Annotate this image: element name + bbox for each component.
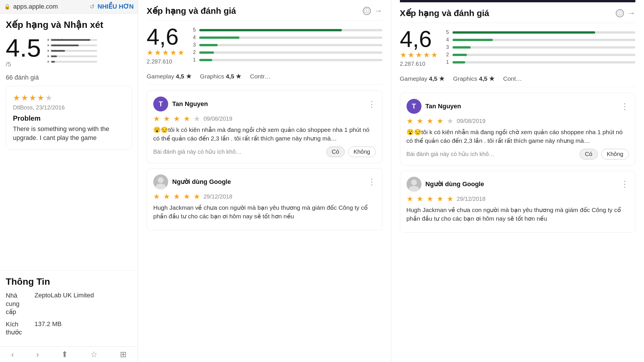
right-big-score: 4,6 ★ ★ ★ ★ ★ 2.287.610 bbox=[400, 28, 438, 71]
star-bar-fill-1 bbox=[51, 61, 55, 63]
review-card: ★ ★ ★ ★ ★ DtlBoss, 23/12/2016 Problem Th… bbox=[6, 86, 132, 150]
svg-point-2 bbox=[411, 180, 417, 185]
middle-header-title: Xếp hạng và đánh giá bbox=[147, 6, 359, 16]
star-bar-bg-5 bbox=[51, 39, 97, 41]
middle-panel: Xếp hạng và đánh giá ⓘ → 4,6 ★ ★ ★ ★ ★ 2… bbox=[138, 0, 391, 362]
middle-review-2-text: Hugh Jackman về chưa con người mà bạn yê… bbox=[153, 203, 376, 221]
middle-helpful-no-1[interactable]: Không bbox=[348, 147, 376, 157]
left-panel: 🔒 apps.apple.com ↺ NHIỀU HƠN Xếp hạng và… bbox=[0, 0, 138, 362]
lock-icon: 🔒 bbox=[4, 3, 10, 10]
right-reviewer-1-avatar: T bbox=[407, 99, 421, 114]
right-info-icon[interactable]: ⓘ bbox=[616, 9, 624, 17]
right-reviewer-1-more[interactable]: ⋮ bbox=[621, 102, 629, 111]
forward-icon[interactable]: › bbox=[36, 350, 39, 359]
arrow-right-icon[interactable]: → bbox=[374, 6, 382, 16]
middle-header: Xếp hạng và đánh giá ⓘ → bbox=[147, 0, 382, 21]
middle-review-1: T Tan Nguyen ⋮ ★ ★ ★ ★ ★ 09/08/2019 😮😒tô… bbox=[147, 90, 382, 163]
middle-reviewer-2-avatar bbox=[153, 174, 168, 189]
address-bar: 🔒 apps.apple.com ↺ NHIỀU HƠN bbox=[0, 0, 138, 14]
star-bar-fill-3 bbox=[51, 50, 65, 52]
middle-bars: 5 4 3 2 bbox=[193, 27, 382, 63]
bottom-nav: ‹ › ⬆ ☆ ⊞ bbox=[0, 346, 138, 362]
reload-icon[interactable]: ↺ bbox=[90, 3, 95, 10]
right-panel: Xếp hạng và đánh giá ⓘ → 4,6 ★ ★ ★ ★ ★ 2… bbox=[391, 0, 644, 362]
right-review-2-text: Hugh Jackman về chưa con người mà bạn yê… bbox=[407, 206, 629, 223]
middle-review-1-text: 😮😒tôi k có kiên nhẫn mà đang ngồi chờ xe… bbox=[153, 126, 376, 143]
share-icon[interactable]: ⬆ bbox=[61, 350, 68, 359]
middle-reviewer-1-more[interactable]: ⋮ bbox=[368, 99, 376, 109]
middle-rating-section: 4,6 ★ ★ ★ ★ ★ 2.287.610 5 4 bbox=[147, 25, 382, 68]
right-review-2-date: 29/12/2018 bbox=[457, 196, 486, 202]
star-row-1: ★ bbox=[47, 59, 97, 64]
right-cat-gameplay: Gameplay 4,5 ★ bbox=[400, 75, 445, 82]
back-icon[interactable]: ‹ bbox=[11, 350, 14, 359]
right-review-1-text: 😮😒tôi k có kiên nhẫn mà đang ngồi chờ xe… bbox=[407, 128, 629, 145]
right-helpful-no-1[interactable]: Không bbox=[601, 149, 629, 159]
stars-breakdown: ★★★★★ ★★★★ ★★★ bbox=[47, 38, 97, 64]
tabs-icon[interactable]: ⊞ bbox=[120, 350, 126, 359]
right-helpful-yes-1[interactable]: Có bbox=[580, 149, 598, 159]
middle-review-2: Người dùng Google ⋮ ★ ★ ★ ★ ★ 29/12/2018… bbox=[147, 168, 382, 230]
right-bars: 5 4 3 2 bbox=[446, 29, 636, 65]
more-button[interactable]: NHIỀU HƠN bbox=[97, 3, 134, 10]
right-bar-row-2: 2 bbox=[446, 52, 636, 58]
middle-review-1-meta: ★ ★ ★ ★ ★ 09/08/2019 bbox=[153, 114, 376, 123]
info-row-provider: Nhà cung cấp ZeptoLab UK Limited bbox=[6, 292, 132, 316]
review-stars: ★ ★ ★ ★ ★ bbox=[13, 93, 125, 103]
middle-cat-gameplay: Gameplay 4,5 ★ bbox=[147, 73, 191, 80]
right-review-2-meta: ★ ★ ★ ★ ★ 29/12/2018 bbox=[407, 195, 629, 203]
middle-bar-fill-3 bbox=[199, 44, 218, 46]
right-bar-fill-5 bbox=[453, 31, 595, 34]
middle-bar-fill-5 bbox=[199, 29, 342, 31]
middle-bar-row-4: 4 bbox=[193, 34, 382, 41]
right-bar-row-1: 1 bbox=[446, 59, 636, 65]
rating-footer: 66 đánh giá bbox=[6, 74, 132, 81]
star-bar-fill-5 bbox=[51, 39, 90, 41]
right-reviewer-1-name: Tan Nguyen bbox=[425, 103, 617, 110]
middle-review-1-date: 09/08/2019 bbox=[204, 115, 232, 122]
bookmark-icon[interactable]: ☆ bbox=[90, 350, 97, 359]
svg-point-0 bbox=[158, 177, 164, 183]
right-reviewer-2-avatar bbox=[407, 177, 421, 192]
right-bar-fill-1 bbox=[453, 61, 465, 63]
middle-reviewer-2-more[interactable]: ⋮ bbox=[368, 177, 376, 186]
middle-review-2-date: 29/12/2018 bbox=[204, 193, 232, 200]
url-text[interactable]: apps.apple.com bbox=[13, 3, 87, 10]
star-bar-bg-3 bbox=[51, 50, 97, 52]
middle-helpful-text-1: Bài đánh giá này có hữu ích khô… bbox=[153, 148, 323, 155]
right-bar-fill-2 bbox=[453, 54, 467, 56]
star-row-3: ★★★ bbox=[47, 49, 97, 53]
rating-overview: 4.5 /5 ★★★★★ ★★★★ ★★★ bbox=[6, 35, 132, 68]
right-category-ratings: Gameplay 4,5 ★ Graphics 4,5 ★ Cont… bbox=[400, 75, 636, 87]
star-bar-bg-2 bbox=[51, 55, 97, 57]
big-rating-number: 4.5 /5 bbox=[6, 35, 41, 68]
middle-review-1-helpful: Bài đánh giá này có hữu ích khô… Có Khôn… bbox=[153, 147, 376, 157]
info-value-size: 137.2 MB bbox=[34, 320, 62, 337]
star-bar-fill-2 bbox=[51, 55, 57, 57]
right-cat-controls: Cont… bbox=[503, 75, 522, 82]
star-row-2: ★★ bbox=[47, 54, 97, 58]
left-content: Xếp hạng và Nhận xét 4.5 /5 ★★★★★ ★★★★ bbox=[0, 14, 138, 270]
right-arrow-right-icon[interactable]: → bbox=[627, 9, 635, 18]
right-reviewer-1-header: T Tan Nguyen ⋮ bbox=[407, 99, 629, 114]
right-reviewer-2-more[interactable]: ⋮ bbox=[621, 179, 629, 189]
right-review-1-helpful: Bài đánh giá này có hữu ích khô… Có Khôn… bbox=[407, 149, 629, 159]
right-review-1-meta: ★ ★ ★ ★ ★ 09/08/2019 bbox=[407, 117, 629, 126]
svg-point-3 bbox=[409, 186, 419, 192]
middle-bar-row-1: 1 bbox=[193, 57, 382, 63]
middle-cat-controls: Contr… bbox=[250, 73, 271, 80]
review-title: Problem bbox=[13, 114, 125, 122]
info-label-provider: Nhà cung cấp bbox=[6, 292, 29, 316]
info-title: Thông Tin bbox=[6, 276, 132, 287]
middle-ratings-count: 2.287.610 bbox=[147, 58, 184, 65]
info-icon[interactable]: ⓘ bbox=[363, 7, 371, 15]
star-bar-fill-4 bbox=[51, 45, 79, 46]
ratings-reviews-title: Xếp hạng và Nhận xét bbox=[6, 19, 132, 30]
right-cat-graphics: Graphics 4,5 ★ bbox=[453, 75, 494, 82]
info-row-size: Kích thước 137.2 MB bbox=[6, 320, 132, 337]
middle-review-2-meta: ★ ★ ★ ★ ★ 29/12/2018 bbox=[153, 192, 376, 201]
star-bar-bg-4 bbox=[51, 45, 97, 46]
middle-helpful-yes-1[interactable]: Có bbox=[326, 147, 345, 157]
right-bar-row-5: 5 bbox=[446, 29, 636, 35]
review-body: There is something wrong with the upgrad… bbox=[13, 125, 125, 143]
